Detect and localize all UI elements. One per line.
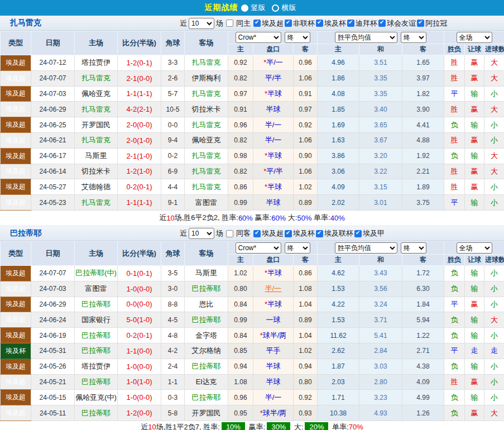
handicap-cell[interactable]: 一球 [253,312,294,328]
avg-away-odds-cell: 6.30 [402,281,444,297]
summary-segment: 40% [330,214,345,222]
match-row: 埃及超24-05-27艾德翰德0-2(0-1)4-4扎马雷克0.86*半球1.0… [1,179,504,195]
match-type-cell: 埃及超 [1,281,31,297]
result-cell: 平 [444,343,465,359]
score-cell: 1-0(0-0) [118,390,161,405]
handicap-cell[interactable]: 平/半 [253,70,294,86]
summary-segment: 大: [286,213,297,223]
recent-count-select[interactable]: 10 [189,18,214,29]
handicap-cell[interactable]: *半/一 [253,55,294,71]
handicap-result-cell: 赢 [465,102,484,117]
handicap-cell[interactable]: *球半/两 [253,405,294,421]
handicap-cell[interactable]: 半球 [253,102,294,117]
handicap-cell[interactable]: *平/半 [253,164,294,179]
avg-home-odds-cell: 11.62 [318,328,359,343]
avg-final-select[interactable]: 终 [401,32,426,43]
corners-cell: 3-5 [161,265,185,281]
avg-home-odds-cell: 4.96 [318,55,359,71]
horizontal-layout-radio[interactable] [272,4,279,12]
league-checkbox[interactable] [285,230,292,237]
league-checkbox[interactable] [347,20,354,27]
same-venue-label: 同主 [236,18,251,28]
away-team-cell: 开罗国民 [185,405,228,421]
avg-odds-select[interactable]: 胜平负均值 [335,32,397,43]
league-filter-group: 埃及超非联杯埃及杯迪拜杯球会友谊阿拉冠 [252,18,447,28]
goals-result-cell: 大 [484,55,504,71]
handicap-value: 半球 [267,89,282,98]
summary-segment: 近 [159,213,166,223]
handicap-value: 半/一 [266,58,283,66]
handicap-value: 半球 [266,198,281,207]
match-type-cell: 埃及超 [1,86,31,102]
match-row: 埃及超24-06-29巴拉蒂耶0-0(0-0)8-8恩比0.84*半球1.044… [1,297,504,312]
recent-count-select[interactable]: 10 [189,228,214,239]
handicap-cell[interactable]: 半/一 [253,117,294,133]
away-team-cell: 扎马雷克 [185,179,228,195]
avg-draw-odds-cell: 3.24 [359,297,402,312]
col-handicap-result: 让球 [465,44,484,55]
home-team-cell: 马斯里 [75,148,118,164]
handicap-value: 平手 [266,346,281,355]
goals-result-cell: 小 [484,195,504,211]
same-venue-checkbox[interactable] [226,230,233,237]
league-checkbox[interactable] [316,20,323,27]
col-handicap-result: 让球 [465,254,484,265]
handicap-result-cell: 赢 [465,297,484,312]
handicap-cell[interactable]: *半球 [253,265,294,281]
match-date-cell: 24-06-14 [31,164,75,179]
result-cell: 胜 [444,179,465,195]
same-venue-checkbox[interactable] [226,20,233,27]
handicap-cell[interactable]: 半球 [253,374,294,390]
handicap-cell[interactable]: *球半/两 [253,328,294,343]
handicap-cell[interactable]: 半/一 [253,132,294,148]
league-checkbox[interactable] [253,230,261,237]
odds-final-select[interactable]: 终 [285,242,310,254]
avg-draw-odds-cell: 5.41 [359,328,402,343]
match-date-cell: 24-06-25 [31,117,75,133]
league-label: 埃及超 [262,228,284,238]
vertical-layout-radio[interactable] [241,4,248,12]
odds-final-select[interactable]: 终 [285,32,310,43]
corners-cell: 4-4 [161,179,185,195]
home-odds-cell: 1.02 [228,265,253,281]
result-cell: 平 [444,195,465,211]
handicap-cell[interactable]: 半/一 [253,281,294,297]
match-date-cell: 24-05-15 [31,390,75,405]
league-checkbox[interactable] [417,20,424,27]
avg-final-select[interactable]: 终 [401,242,426,254]
goals-result-cell: 走 [484,343,504,359]
scope-select[interactable]: 全场 [457,32,492,43]
handicap-cell[interactable]: *半球 [253,86,294,102]
league-checkbox[interactable] [316,230,323,237]
handicap-cell[interactable]: *半球 [253,179,294,195]
handicap-cell[interactable]: *半球 [253,297,294,312]
corners-cell: 5-8 [161,405,185,421]
scope-group-header: 全场 [444,31,504,44]
avg-odds-select[interactable]: 胜平负均值 [335,242,397,254]
odds-company-select[interactable]: Crow* [236,32,281,43]
handicap-cell[interactable]: *半球 [253,148,294,164]
match-row: 埃及超24-07-03佩哈亚克1-1(1-1)5-7扎马雷克0.97*半球0.9… [1,86,504,102]
league-checkbox[interactable] [285,20,292,27]
away-odds-cell: 1.06 [294,70,318,86]
result-cell: 胜 [444,102,465,117]
odds-company-select[interactable]: Crow* [236,242,281,254]
score-cell: 5-0(1-0) [118,312,161,328]
away-odds-cell: 0.93 [294,405,318,421]
goals-result-cell: 大 [484,148,504,164]
handicap-result-cell: 输 [465,148,484,164]
league-checkbox[interactable] [354,230,362,237]
scope-select[interactable]: 全场 [457,242,492,254]
match-date-cell: 24-06-24 [31,312,75,328]
handicap-cell[interactable]: 半球 [253,195,294,211]
team-filters: 近 10 场 同主 埃及超非联杯埃及杯迪拜杯球会友谊阿拉冠 [180,16,447,31]
handicap-cell[interactable]: 半球 [253,359,294,374]
league-checkbox[interactable] [253,20,261,27]
handicap-result-cell: 赢 [465,55,484,71]
league-checkbox[interactable] [378,20,386,27]
col-away: 客场 [185,241,228,265]
handicap-cell[interactable]: 平手 [253,343,294,359]
avg-away-odds-cell: 2.71 [402,343,444,359]
handicap-cell[interactable]: 半/一 [253,390,294,405]
home-odds-cell: 0.94 [228,359,253,374]
